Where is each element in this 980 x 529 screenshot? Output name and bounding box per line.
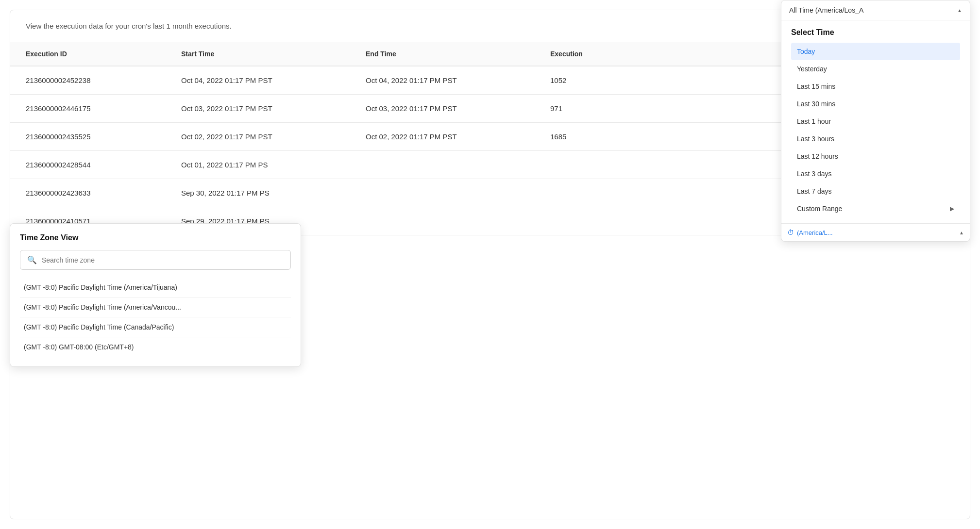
cell-start-time: Oct 01, 2022 01:17 PM PS xyxy=(181,161,366,169)
current-timezone-value: (America/L... xyxy=(797,229,833,236)
time-option-last-7-days[interactable]: Last 7 days xyxy=(791,182,960,200)
time-option-last-30-mins[interactable]: Last 30 mins xyxy=(791,95,960,113)
cell-execution-id: 2136000002423633 xyxy=(26,189,181,197)
cell-start-time: Oct 02, 2022 01:17 PM PST xyxy=(181,132,366,141)
cell-execution-id: 2136000002446175 xyxy=(26,104,181,113)
timezone-option[interactable]: (GMT -8:0) GMT-08:00 (Etc/GMT+8) xyxy=(20,337,291,357)
select-time-section: Select Time TodayYesterdayLast 15 minsLa… xyxy=(781,20,970,221)
cell-end-time: Oct 02, 2022 01:17 PM PST xyxy=(366,132,550,141)
col-execution-id: Execution ID xyxy=(26,50,181,58)
clock-icon: ⏱ xyxy=(787,229,794,236)
cell-end-time: Oct 03, 2022 01:17 PM PST xyxy=(366,104,550,113)
timezone-option[interactable]: (GMT -8:0) Pacific Daylight Time (Americ… xyxy=(20,298,291,317)
timezone-popup-title: Time Zone View xyxy=(20,233,291,242)
dropdown-current-value: All Time (America/Los_A xyxy=(789,6,863,14)
timezone-option[interactable]: (GMT -8:0) Pacific Daylight Time (Canada… xyxy=(20,317,291,337)
cell-execution-id: 2136000002435525 xyxy=(26,132,181,141)
time-option-last-1-hour[interactable]: Last 1 hour xyxy=(791,113,960,130)
timezone-search-input[interactable] xyxy=(42,256,284,264)
col-end-time: End Time xyxy=(366,50,550,58)
col-start-time: Start Time xyxy=(181,50,366,58)
dropdown-top-row[interactable]: All Time (America/Los_A ▲ xyxy=(781,0,970,20)
cell-execution-id: 2136000002428544 xyxy=(26,161,181,169)
header-description: View the execution data for your cron's … xyxy=(26,22,232,30)
cell-start-time: Oct 03, 2022 01:17 PM PST xyxy=(181,104,366,113)
cell-execution-id: 2136000002452238 xyxy=(26,76,181,84)
timezone-search-box[interactable]: 🔍 xyxy=(20,250,291,270)
timezone-chevron-icon: ▲ xyxy=(959,230,964,235)
timezone-search-icon: 🔍 xyxy=(27,255,37,264)
time-option-last-15-mins[interactable]: Last 15 mins xyxy=(791,78,960,95)
time-option-custom-range[interactable]: Custom Range▶ xyxy=(791,200,960,217)
dropdown-top-chevron-icon: ▲ xyxy=(957,8,962,13)
time-options-list: TodayYesterdayLast 15 minsLast 30 minsLa… xyxy=(791,43,960,217)
timezone-option[interactable]: (GMT -8:0) Pacific Daylight Time (Americ… xyxy=(20,278,291,298)
cell-start-time: Sep 30, 2022 01:17 PM PS xyxy=(181,189,366,197)
time-option-yesterday[interactable]: Yesterday xyxy=(791,60,960,78)
time-option-last-3-hours[interactable]: Last 3 hours xyxy=(791,130,960,148)
select-time-label: Select Time xyxy=(791,28,960,37)
timezone-options-list: (GMT -8:0) Pacific Daylight Time (Americ… xyxy=(20,278,291,357)
cell-start-time: Oct 04, 2022 01:17 PM PST xyxy=(181,76,366,84)
timezone-popup: Time Zone View 🔍 (GMT -8:0) Pacific Dayl… xyxy=(10,223,301,367)
time-option-today[interactable]: Today xyxy=(791,43,960,60)
time-option-last-3-days[interactable]: Last 3 days xyxy=(791,165,960,182)
current-timezone-row[interactable]: ⏱ (America/L... ▲ xyxy=(781,223,970,241)
time-dropdown-panel: All Time (America/Los_A ▲ Select Time To… xyxy=(781,0,970,242)
cell-end-time: Oct 04, 2022 01:17 PM PST xyxy=(366,76,550,84)
time-option-last-12-hours[interactable]: Last 12 hours xyxy=(791,148,960,165)
